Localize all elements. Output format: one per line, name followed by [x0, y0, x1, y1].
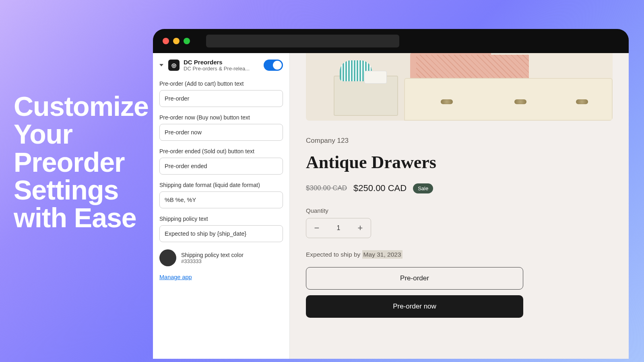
close-window-button[interactable]: [163, 38, 169, 44]
price-current: $250.00 CAD: [353, 183, 407, 193]
policy-text-label: Shipping policy text: [159, 216, 283, 222]
ship-date: May 31, 2023: [362, 250, 402, 259]
quantity-stepper: − 1 +: [306, 218, 371, 238]
hero-line: Preorder: [14, 148, 149, 176]
preorder-button[interactable]: Pre-order: [306, 267, 523, 290]
product-image: [306, 53, 613, 121]
window-controls: [163, 38, 190, 44]
app-subtitle: DC Pre-orders & Pre-relea...: [184, 66, 260, 72]
price-row: $300.00 CAD $250.00 CAD Sale: [306, 183, 613, 193]
hero-line: Settings: [14, 176, 149, 204]
policy-color-label: Shipping policy text color: [181, 252, 244, 258]
product-title: Antique Drawers: [306, 152, 613, 173]
manage-app-link[interactable]: Manage app: [159, 274, 192, 280]
hero-line: with Ease: [14, 204, 149, 232]
date-format-input[interactable]: [159, 191, 283, 208]
add-to-cart-input[interactable]: [159, 90, 283, 107]
product-vendor: Company 123: [306, 137, 613, 145]
maximize-window-button[interactable]: [184, 38, 190, 44]
buy-now-input[interactable]: [159, 124, 283, 141]
quantity-value: 1: [327, 224, 350, 232]
hero-line: Customize: [14, 93, 149, 120]
settings-sidebar: ◎ DC Preorders DC Pre-orders & Pre-relea…: [153, 53, 290, 359]
minimize-window-button[interactable]: [173, 38, 180, 44]
app-enable-toggle[interactable]: [264, 60, 283, 71]
date-format-label: Shipping date format (liquid date format…: [159, 182, 283, 188]
app-header: ◎ DC Preorders DC Pre-orders & Pre-relea…: [159, 59, 283, 72]
titlebar: [153, 29, 629, 53]
quantity-decrement-button[interactable]: −: [306, 218, 327, 238]
buy-now-label: Pre-order now (Buy now) button text: [159, 114, 283, 121]
browser-window: ◎ DC Preorders DC Pre-orders & Pre-relea…: [153, 29, 629, 359]
policy-text-input[interactable]: [159, 225, 283, 242]
storefront-preview: Company 123 Antique Drawers $300.00 CAD …: [290, 53, 629, 359]
quantity-label: Quantity: [306, 207, 613, 214]
sale-badge: Sale: [413, 183, 433, 193]
add-to-cart-label: Pre-order (Add to cart) button text: [159, 80, 283, 87]
quantity-increment-button[interactable]: +: [350, 218, 371, 238]
ship-prefix: Expected to ship by: [306, 251, 362, 258]
caret-down-icon[interactable]: [159, 64, 163, 66]
hero-line: Your: [14, 120, 149, 148]
app-logo-icon: ◎: [168, 60, 180, 71]
url-bar[interactable]: [206, 35, 399, 47]
price-compare: $300.00 CAD: [306, 184, 347, 192]
shipping-policy-text: Expected to ship by May 31, 2023: [306, 251, 613, 258]
policy-color-hex: #333333: [181, 258, 244, 264]
sold-out-input[interactable]: [159, 158, 283, 175]
policy-color-swatch[interactable]: [159, 249, 176, 266]
sold-out-label: Pre-order ended (Sold out) button text: [159, 148, 283, 154]
app-title: DC Preorders: [184, 59, 260, 66]
preorder-now-button[interactable]: Pre-order now: [306, 295, 523, 318]
hero-headline: Customize Your Preorder Settings with Ea…: [14, 93, 149, 232]
